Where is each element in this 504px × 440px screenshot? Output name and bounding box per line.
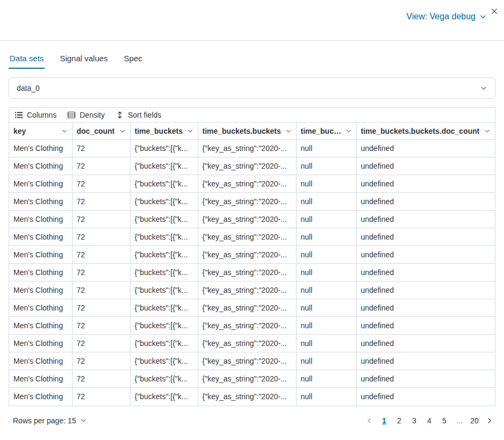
- page-button-5[interactable]: 5: [437, 414, 451, 428]
- table-cell: null: [296, 140, 356, 157]
- table-cell: null: [296, 352, 356, 370]
- column-header-time-buckets[interactable]: time_buckets: [130, 122, 198, 140]
- table-cell: 72: [72, 211, 130, 228]
- grid-toolbar: Columns Density Sort fields: [9, 108, 495, 122]
- table-cell: {"buckets":[{"k...: [130, 352, 198, 370]
- table-cell: {"key_as_string":"2020-...: [198, 193, 296, 211]
- page-button-2[interactable]: 2: [392, 414, 406, 428]
- pagination: 12345...20: [363, 414, 495, 428]
- column-header-label: time_buckets.buckets: [203, 127, 281, 135]
- column-header-label: key: [13, 127, 26, 135]
- table-cell: undefined: [356, 282, 495, 299]
- table-cell: {"key_as_string":"2020-...: [198, 299, 296, 317]
- rows-per-page-button[interactable]: Rows per page: 15: [13, 416, 87, 425]
- table-cell: {"key_as_string":"2020-...: [198, 211, 296, 228]
- next-page-button[interactable]: [484, 415, 495, 427]
- table-row: Men's Clothing72{"buckets":[{"k...{"key_…: [9, 335, 495, 352]
- table-cell: undefined: [356, 264, 495, 282]
- table-cell: Men's Clothing: [9, 352, 72, 370]
- table-cell: undefined: [356, 299, 495, 317]
- table-cell: {"buckets":[{"k...: [130, 335, 198, 352]
- table-cell: {"buckets":[{"k...: [130, 370, 198, 388]
- table-cell: {"buckets":[{"k...: [130, 299, 198, 317]
- table-row: Men's Clothing72{"buckets":[{"k...{"key_…: [9, 140, 495, 157]
- chevron-down-icon: [80, 417, 87, 424]
- table-cell: {"buckets":[{"k...: [130, 193, 198, 211]
- table-cell: 72: [72, 228, 130, 246]
- flyout-header: View: Vega debug: [0, 0, 504, 41]
- page-button-20[interactable]: 20: [467, 414, 481, 428]
- chevron-down-icon: [345, 128, 352, 134]
- table-cell: null: [296, 246, 356, 264]
- table-cell: {"buckets":[{"k...: [130, 388, 198, 406]
- table-cell: null: [296, 157, 356, 175]
- table-cell: Men's Clothing: [9, 282, 72, 299]
- table-row: Men's Clothing72{"buckets":[{"k...{"key_…: [9, 211, 495, 228]
- table-cell: {"key_as_string":"2020-...: [198, 335, 296, 352]
- tab-spec[interactable]: Spec: [123, 53, 143, 69]
- sort-fields-button[interactable]: Sort fields: [116, 111, 161, 119]
- table-cell: {"buckets":[{"k...: [130, 246, 198, 264]
- table-cell: Men's Clothing: [9, 317, 72, 335]
- table-row: Men's Clothing72{"buckets":[{"k...{"key_…: [9, 246, 495, 264]
- table-cell: 72: [72, 193, 130, 211]
- table-cell: Men's Clothing: [9, 246, 72, 264]
- table-cell: undefined: [356, 335, 495, 352]
- table-cell: undefined: [356, 352, 495, 370]
- table-cell: 72: [72, 388, 130, 406]
- view-selector[interactable]: View: Vega debug: [406, 12, 487, 21]
- data-table: keydoc_counttime_bucketstime_buckets.buc…: [9, 122, 495, 406]
- previous-page-button[interactable]: [363, 415, 375, 427]
- table-body: Men's Clothing72{"buckets":[{"k...{"key_…: [9, 140, 495, 406]
- table-row: Men's Clothing72{"buckets":[{"k...{"key_…: [9, 299, 495, 317]
- column-header-time-buck[interactable]: time_buck...: [296, 122, 356, 140]
- table-cell: 72: [72, 246, 130, 264]
- data-grid-panel: Columns Density Sort fields key: [9, 107, 495, 406]
- page-button-1[interactable]: 1: [377, 414, 391, 428]
- table-cell: {"key_as_string":"2020-...: [198, 228, 296, 246]
- column-header-doc-count[interactable]: doc_count: [72, 122, 130, 140]
- close-icon[interactable]: [491, 8, 498, 15]
- table-cell: null: [296, 211, 356, 228]
- column-header-time-buckets-buckets[interactable]: time_buckets.buckets: [198, 122, 296, 140]
- table-cell: Men's Clothing: [9, 299, 72, 317]
- table-cell: undefined: [356, 228, 495, 246]
- table-cell: {"key_as_string":"2020-...: [198, 370, 296, 388]
- tab-signal-values[interactable]: Signal values: [59, 53, 109, 69]
- columns-icon: [15, 111, 23, 119]
- table-cell: {"buckets":[{"k...: [130, 228, 198, 246]
- table-cell: {"key_as_string":"2020-...: [198, 264, 296, 282]
- table-cell: null: [296, 228, 356, 246]
- table-row: Men's Clothing72{"buckets":[{"k...{"key_…: [9, 317, 495, 335]
- density-button[interactable]: Density: [67, 111, 105, 119]
- table-row: Men's Clothing72{"buckets":[{"k...{"key_…: [9, 388, 495, 406]
- columns-button[interactable]: Columns: [15, 111, 56, 119]
- table-cell: {"key_as_string":"2020-...: [198, 388, 296, 406]
- table-cell: null: [296, 175, 356, 193]
- pagination-pages: 12345...20: [377, 414, 481, 428]
- column-header-label: time_buckets: [135, 127, 183, 135]
- table-row: Men's Clothing72{"buckets":[{"k...{"key_…: [9, 282, 495, 299]
- chevron-down-icon: [484, 128, 491, 134]
- column-header-label: time_buck...: [301, 127, 343, 135]
- chevron-down-icon: [480, 84, 487, 92]
- table-cell: Men's Clothing: [9, 175, 72, 193]
- pagination-ellipsis: ...: [452, 414, 466, 428]
- dataset-select[interactable]: data_0: [9, 77, 495, 99]
- column-header-time-buckets-buckets-doc-count[interactable]: time_buckets.buckets.doc_count: [356, 122, 495, 140]
- page-button-3[interactable]: 3: [407, 414, 421, 428]
- tabs: Data sets Signal values Spec: [9, 53, 495, 69]
- page-button-4[interactable]: 4: [422, 414, 436, 428]
- table-cell: Men's Clothing: [9, 228, 72, 246]
- table-cell: {"key_as_string":"2020-...: [198, 352, 296, 370]
- table-cell: Men's Clothing: [9, 140, 72, 157]
- tab-data-sets[interactable]: Data sets: [9, 53, 45, 69]
- table-header-row: keydoc_counttime_bucketstime_buckets.buc…: [9, 122, 495, 140]
- table-cell: undefined: [356, 317, 495, 335]
- table-cell: undefined: [356, 246, 495, 264]
- column-header-key[interactable]: key: [9, 122, 72, 140]
- table-cell: null: [296, 193, 356, 211]
- table-cell: 72: [72, 352, 130, 370]
- table-cell: {"key_as_string":"2020-...: [198, 282, 296, 299]
- table-cell: {"buckets":[{"k...: [130, 211, 198, 228]
